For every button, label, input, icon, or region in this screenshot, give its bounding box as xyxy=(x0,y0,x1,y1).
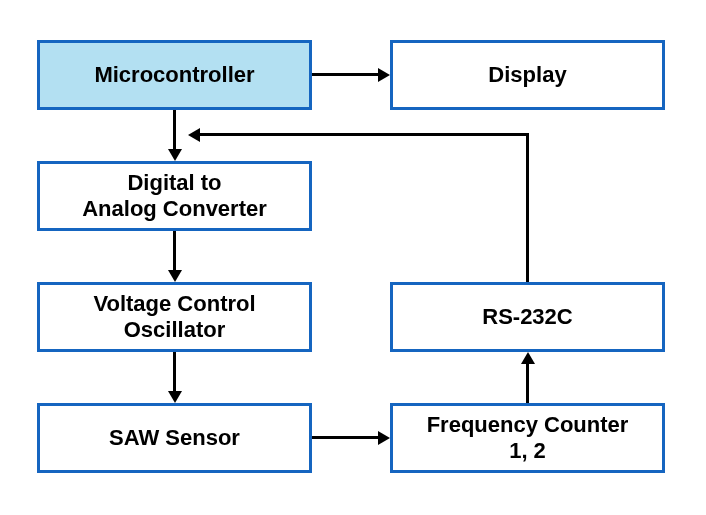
vco-block: Voltage Control Oscillator xyxy=(37,282,312,352)
arrow-dac-vco xyxy=(173,231,176,270)
freq-counter-label: Frequency Counter 1, 2 xyxy=(427,412,629,465)
vco-label: Voltage Control Oscillator xyxy=(93,291,255,344)
arrow-vco-saw-head xyxy=(168,391,182,403)
microcontroller-label: Microcontroller xyxy=(94,62,254,88)
arrow-rs-mc-head xyxy=(188,128,200,142)
arrow-mc-dac xyxy=(173,110,176,149)
display-block: Display xyxy=(390,40,665,110)
rs232c-block: RS-232C xyxy=(390,282,665,352)
saw-label: SAW Sensor xyxy=(109,425,240,451)
arrow-mc-display xyxy=(312,73,378,76)
arrow-dac-vco-head xyxy=(168,270,182,282)
arrow-mc-display-head xyxy=(378,68,390,82)
arrow-mc-dac-head xyxy=(168,149,182,161)
dac-label: Digital to Analog Converter xyxy=(82,170,267,223)
arrow-vco-saw xyxy=(173,352,176,391)
saw-block: SAW Sensor xyxy=(37,403,312,473)
rs232c-label: RS-232C xyxy=(482,304,572,330)
freq-counter-block: Frequency Counter 1, 2 xyxy=(390,403,665,473)
arrow-fc-rs-head xyxy=(521,352,535,364)
arrow-rs-mc-h xyxy=(200,133,529,136)
arrow-rs-mc-v xyxy=(526,133,529,282)
arrow-saw-fc-head xyxy=(378,431,390,445)
dac-block: Digital to Analog Converter xyxy=(37,161,312,231)
arrow-saw-fc xyxy=(312,436,378,439)
microcontroller-block: Microcontroller xyxy=(37,40,312,110)
display-label: Display xyxy=(488,62,566,88)
arrow-fc-rs xyxy=(526,364,529,403)
